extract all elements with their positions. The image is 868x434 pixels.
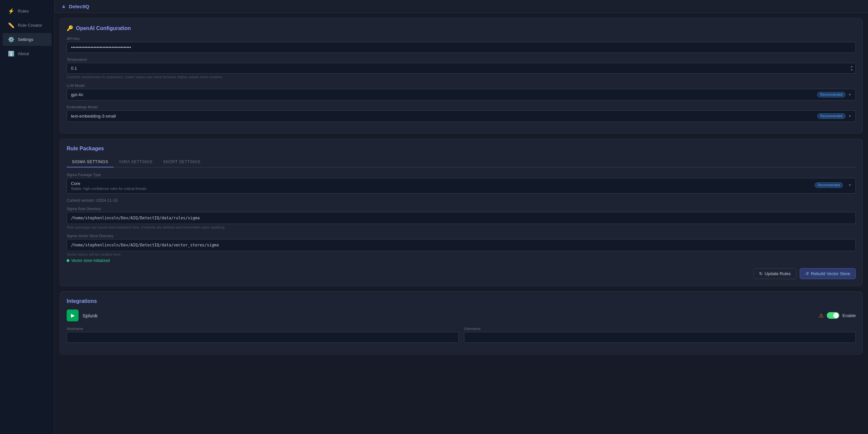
splunk-enable-label: Enable [843, 313, 856, 318]
integrations-section: Integrations ▶ Splunk ⚠ Enable Hostname [60, 291, 863, 354]
rules-icon: ⚡ [8, 8, 14, 14]
temperature-hint: Controls randomness in responses. Lower … [67, 75, 856, 79]
vector-store-status-badge: Vector store initialized [67, 258, 110, 263]
temperature-input[interactable] [67, 63, 856, 74]
sigma-package-dropdown-icon[interactable]: ▼ [848, 183, 851, 187]
rule-packages-title-text: Rule Packages [67, 146, 104, 152]
sidebar-item-about[interactable]: ℹ️ About [3, 47, 52, 60]
detectiq-logo-icon: ▲ [61, 3, 66, 9]
splunk-toggle-knob [833, 313, 839, 318]
sidebar-item-about-label: About [18, 51, 29, 56]
embeddings-model-dropdown-icon[interactable]: ▼ [848, 114, 851, 118]
sigma-package-content: Core Stable, high-confidence rules for c… [71, 181, 812, 191]
sidebar-item-rules-label: Rules [18, 8, 29, 13]
temperature-up-arrow[interactable]: ▲ [850, 65, 853, 68]
embeddings-model-label: Embeddings Model [67, 105, 856, 109]
current-version-row: Current version: r2024-11-10 [67, 198, 856, 203]
openai-section-title: 🔑 OpenAI Configuration [67, 25, 856, 31]
llm-model-value: gpt-4o [71, 92, 817, 97]
vector-store-path: /home/stephenlincoln/Dev/AIQ/DetectIQ/da… [67, 239, 856, 251]
tab-snort-settings[interactable]: SNORT SETTINGS [158, 157, 206, 168]
vector-store-status-text: Vector store initialized [71, 258, 110, 263]
sidebar-item-rule-creator[interactable]: ✏️ Rule Creator [3, 19, 52, 32]
splunk-name: Splunk [83, 313, 98, 318]
rule-directory-group: Sigma Rule Directory /home/stephenlincol… [67, 207, 856, 229]
splunk-icon: ▶ [67, 310, 79, 321]
update-rules-button[interactable]: ↻ Update Rules [753, 268, 796, 279]
vector-store-status-dot [67, 259, 69, 262]
embeddings-model-value: text-embedding-3-small [71, 114, 817, 119]
splunk-fields-row: Hostname Username [67, 327, 856, 347]
splunk-integration-right: ⚠ Enable [819, 312, 856, 319]
openai-config-section: 🔑 OpenAI Configuration API Key Temperatu… [60, 18, 863, 134]
vector-store-hint: Vector stores will be created here. [67, 252, 856, 256]
update-rules-icon: ↻ [759, 271, 763, 276]
rule-creator-icon: ✏️ [8, 22, 14, 28]
llm-model-dropdown-icon[interactable]: ▼ [848, 93, 851, 96]
tab-sigma-settings[interactable]: SIGMA SETTINGS [67, 157, 114, 168]
sidebar-item-rule-creator-label: Rule Creator [18, 23, 42, 28]
rule-directory-hint: Rule packages are saved and extracted he… [67, 225, 856, 229]
temperature-label: Temperature [67, 57, 856, 61]
splunk-enable-toggle[interactable] [827, 312, 839, 319]
temperature-arrows: ▲ ▼ [850, 65, 853, 72]
embeddings-model-select[interactable]: text-embedding-3-small Recommended ▼ [67, 110, 856, 122]
integrations-title-text: Integrations [67, 298, 97, 304]
topbar: ▲ DetectIQ [55, 0, 868, 13]
llm-model-recommended-badge: Recommended [817, 92, 845, 97]
key-icon: 🔑 [67, 25, 73, 31]
api-key-field-group: API Key [67, 37, 856, 53]
username-input[interactable] [464, 332, 856, 343]
integrations-section-title: Integrations [67, 298, 856, 304]
vector-store-label: Sigma Vector Store Directory [67, 234, 856, 238]
api-key-input[interactable] [67, 42, 856, 53]
hostname-label: Hostname [67, 327, 459, 330]
sigma-package-type-group: Sigma Package Type Core Stable, high-con… [67, 173, 856, 194]
rebuild-vector-label: Rebuild Vector Store [811, 271, 850, 276]
update-rules-label: Update Rules [765, 271, 791, 276]
current-version-text: Current version: r2024-11-10 [67, 198, 118, 203]
vector-store-group: Sigma Vector Store Directory /home/steph… [67, 234, 856, 263]
embeddings-model-field-group: Embeddings Model text-embedding-3-small … [67, 105, 856, 122]
sidebar-item-settings-label: Settings [18, 37, 33, 42]
embeddings-model-recommended-badge: Recommended [817, 113, 845, 119]
rule-packages-section: Rule Packages SIGMA SETTINGS YARA SETTIN… [60, 139, 863, 286]
rule-directory-path: /home/stephenlincoln/Dev/AIQ/DetectIQ/da… [67, 212, 856, 224]
splunk-integration-header: ▶ Splunk ⚠ Enable [67, 310, 856, 321]
rule-packages-actions: ↻ Update Rules ↺ Rebuild Vector Store [67, 268, 856, 279]
username-field-group: Username [464, 327, 856, 343]
topbar-title: DetectIQ [69, 4, 89, 9]
llm-model-select[interactable]: gpt-4o Recommended ▼ [67, 89, 856, 100]
rebuild-vector-icon: ↺ [805, 271, 809, 276]
main-content: ▲ DetectIQ 🔑 OpenAI Configuration API Ke… [55, 0, 868, 434]
rule-packages-title: Rule Packages [67, 146, 856, 152]
rule-packages-tabs: SIGMA SETTINGS YARA SETTINGS SNORT SETTI… [67, 157, 856, 168]
temperature-field-group: Temperature ▲ ▼ Controls randomness in r… [67, 57, 856, 79]
sidebar: ⚡ Rules ✏️ Rule Creator ⚙️ Settings ℹ️ A… [0, 0, 55, 434]
splunk-warning-icon: ⚠ [819, 313, 824, 319]
username-label: Username [464, 327, 856, 330]
sigma-package-right: Recommended ▼ [814, 182, 851, 188]
rebuild-vector-store-button[interactable]: ↺ Rebuild Vector Store [800, 268, 856, 279]
about-icon: ℹ️ [8, 51, 14, 57]
sigma-package-recommended-badge: Recommended [814, 182, 843, 188]
sigma-package-type-label: Sigma Package Type [67, 173, 856, 177]
rule-directory-label: Sigma Rule Directory [67, 207, 856, 211]
sigma-package-name: Core [71, 181, 812, 186]
sidebar-item-settings[interactable]: ⚙️ Settings [3, 33, 52, 46]
settings-icon: ⚙️ [8, 36, 14, 42]
temperature-down-arrow[interactable]: ▼ [850, 69, 853, 72]
splunk-app: ▶ Splunk [67, 310, 98, 321]
temperature-input-wrap: ▲ ▼ [67, 63, 856, 74]
hostname-input[interactable] [67, 332, 459, 343]
sigma-package-desc: Stable, high-confidence rules for critic… [71, 186, 812, 191]
llm-model-field-group: LLM Model gpt-4o Recommended ▼ [67, 84, 856, 100]
sidebar-item-rules[interactable]: ⚡ Rules [3, 5, 52, 18]
hostname-field-group: Hostname [67, 327, 459, 343]
tab-yara-settings[interactable]: YARA SETTINGS [114, 157, 158, 168]
api-key-label: API Key [67, 37, 856, 40]
sigma-package-select[interactable]: Core Stable, high-confidence rules for c… [67, 178, 856, 194]
llm-model-label: LLM Model [67, 84, 856, 88]
